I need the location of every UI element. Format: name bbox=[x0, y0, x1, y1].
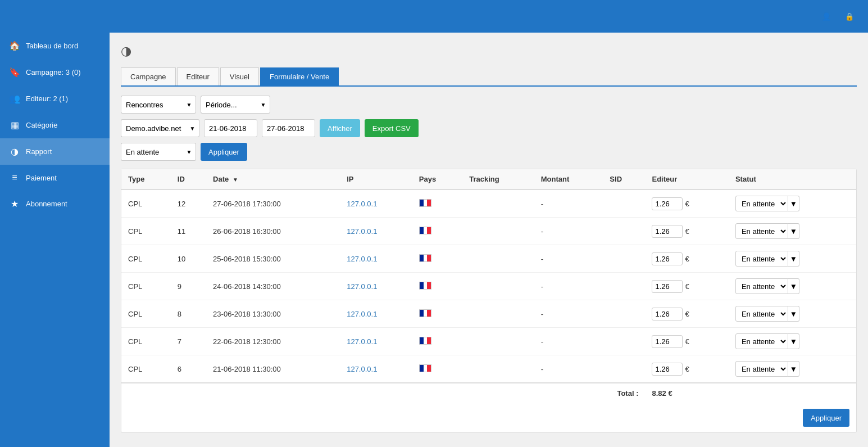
cell-editeur-5: € bbox=[645, 328, 728, 355]
statut-dropdown-btn-3[interactable]: ▼ bbox=[788, 278, 799, 294]
sidebar-label-abonnement: Abonnement bbox=[26, 200, 67, 208]
editeur-input-4[interactable] bbox=[652, 308, 683, 320]
editeur-input-6[interactable] bbox=[652, 363, 683, 376]
currency-symbol-0: € bbox=[685, 200, 689, 208]
site-select[interactable]: Demo.advibe.net bbox=[121, 119, 186, 137]
cell-id-3: 9 bbox=[171, 273, 206, 300]
status-select[interactable]: En attente bbox=[121, 143, 183, 161]
main-content: ◑ Campagne Editeur Visuel Formulaire / V… bbox=[110, 33, 868, 447]
category-select-arrow[interactable]: ▼ bbox=[183, 96, 196, 114]
editeur-input-2[interactable] bbox=[652, 252, 683, 265]
apply-top-button[interactable]: Appliquer bbox=[201, 143, 247, 161]
cell-type-3: CPL bbox=[121, 273, 171, 300]
statut-select-4[interactable]: En attente bbox=[735, 306, 788, 322]
sidebar-label-paiement: Paiement bbox=[26, 174, 57, 182]
cell-tracking-5 bbox=[462, 328, 534, 355]
editeur-input-0[interactable] bbox=[652, 197, 683, 210]
sidebar-label-campagne: Campagne: 3 (0) bbox=[26, 68, 81, 76]
export-csv-button[interactable]: Export CSV bbox=[365, 119, 419, 137]
sidebar-item-campagne[interactable]: 🔖 Campagne: 3 (0) bbox=[0, 59, 110, 85]
site-select-arrow[interactable]: ▼ bbox=[186, 119, 199, 137]
col-type: Type bbox=[121, 169, 171, 189]
tab-campagne[interactable]: Campagne bbox=[121, 67, 176, 85]
cell-type-1: CPL bbox=[121, 218, 171, 245]
date-to-input[interactable] bbox=[262, 119, 315, 137]
sidebar-item-abonnement[interactable]: ★ Abonnement bbox=[0, 191, 110, 217]
sidebar-item-rapport[interactable]: ◑ Rapport bbox=[0, 138, 110, 165]
tab-editeur[interactable]: Editeur bbox=[177, 67, 219, 85]
cell-id-2: 10 bbox=[171, 245, 206, 273]
total-label: Total : bbox=[617, 389, 638, 398]
statut-select-6[interactable]: En attente bbox=[735, 361, 788, 377]
currency-symbol-2: € bbox=[685, 255, 689, 263]
sidebar-item-editeur[interactable]: 👥 Editeur: 2 (1) bbox=[0, 85, 110, 112]
sort-arrow-date: ▼ bbox=[233, 177, 238, 183]
statut-select-1[interactable]: En attente bbox=[735, 223, 788, 239]
statut-dropdown-btn-4[interactable]: ▼ bbox=[788, 306, 799, 322]
cell-sid-1 bbox=[603, 218, 645, 245]
statut-dropdown-btn-6[interactable]: ▼ bbox=[788, 361, 799, 377]
cell-pays-4 bbox=[412, 300, 462, 328]
cell-montant-2: - bbox=[534, 245, 603, 273]
table-row: CPL 12 27-06-2018 17:30:00 127.0.0.1 - €… bbox=[121, 189, 856, 218]
cell-sid-4 bbox=[603, 300, 645, 328]
statut-select-3[interactable]: En attente bbox=[735, 278, 788, 294]
cell-montant-6: - bbox=[534, 355, 603, 383]
users-icon: 👥 bbox=[9, 93, 20, 104]
editeur-input-5[interactable] bbox=[652, 335, 683, 348]
afficher-button[interactable]: Afficher bbox=[320, 119, 360, 137]
col-date[interactable]: Date ▼ bbox=[206, 169, 340, 189]
sidebar-label-tableau-de-bord: Tableau de bord bbox=[26, 42, 78, 50]
currency-symbol-5: € bbox=[685, 337, 689, 346]
table-row: CPL 9 24-06-2018 14:30:00 127.0.0.1 - € … bbox=[121, 273, 856, 300]
date-from-input[interactable] bbox=[204, 119, 257, 137]
cell-date-2: 25-06-2018 15:30:00 bbox=[206, 245, 340, 273]
cell-editeur-4: € bbox=[645, 300, 728, 328]
statut-select-2[interactable]: En attente bbox=[735, 251, 788, 267]
sidebar-item-categorie[interactable]: ▦ Catégorie bbox=[0, 112, 110, 138]
statut-select-5[interactable]: En attente bbox=[735, 333, 788, 349]
logout-link[interactable]: 🔒 bbox=[845, 12, 857, 21]
cell-tracking-2 bbox=[462, 245, 534, 273]
flag-fr-5 bbox=[419, 337, 431, 345]
category-select[interactable]: Rencontres bbox=[121, 96, 183, 114]
sidebar-item-paiement[interactable]: ≡ Paiement bbox=[0, 165, 110, 191]
star-icon: ★ bbox=[9, 198, 20, 209]
col-statut: Statut bbox=[729, 169, 856, 189]
statut-dropdown-btn-5[interactable]: ▼ bbox=[788, 333, 799, 349]
col-id: ID bbox=[171, 169, 206, 189]
editeur-input-3[interactable] bbox=[652, 280, 683, 293]
cell-tracking-4 bbox=[462, 300, 534, 328]
cell-editeur-1: € bbox=[645, 218, 728, 245]
data-table: Type ID Date ▼ IP Pays Tracking Montant … bbox=[121, 169, 856, 432]
editeur-input-1[interactable] bbox=[652, 225, 683, 238]
cell-pays-2 bbox=[412, 245, 462, 273]
statut-select-0[interactable]: En attente bbox=[735, 196, 788, 211]
status-select-arrow[interactable]: ▼ bbox=[183, 143, 196, 161]
cell-statut-1: En attente ▼ bbox=[729, 218, 856, 245]
cell-ip-6: 127.0.0.1 bbox=[340, 355, 412, 383]
sidebar-item-tableau-de-bord[interactable]: 🏠 Tableau de bord bbox=[0, 33, 110, 59]
cell-sid-0 bbox=[603, 189, 645, 218]
account-link[interactable]: 👤 bbox=[822, 12, 834, 21]
total-row: Total : 8.82 € bbox=[121, 383, 856, 403]
sidebar: 🏠 Tableau de bord 🔖 Campagne: 3 (0) 👥 Ed… bbox=[0, 33, 110, 447]
cell-date-4: 23-06-2018 13:30:00 bbox=[206, 300, 340, 328]
cell-montant-1: - bbox=[534, 218, 603, 245]
apply-bottom-button[interactable]: Appliquer bbox=[803, 409, 849, 427]
cell-date-3: 24-06-2018 14:30:00 bbox=[206, 273, 340, 300]
tab-visuel[interactable]: Visuel bbox=[220, 67, 259, 85]
tab-formulaire-vente[interactable]: Formulaire / Vente bbox=[260, 67, 339, 85]
tag-icon: 🔖 bbox=[9, 67, 20, 78]
statut-dropdown-btn-2[interactable]: ▼ bbox=[788, 251, 799, 267]
cell-sid-6 bbox=[603, 355, 645, 383]
statut-dropdown-btn-1[interactable]: ▼ bbox=[788, 223, 799, 239]
period-select[interactable]: Période... bbox=[201, 96, 257, 114]
page-title: ◑ bbox=[121, 44, 857, 58]
currency-symbol-3: € bbox=[685, 282, 689, 291]
cell-type-4: CPL bbox=[121, 300, 171, 328]
period-select-arrow[interactable]: ▼ bbox=[257, 96, 270, 114]
status-filter-row: En attente ▼ Appliquer bbox=[121, 143, 857, 161]
flag-fr-0 bbox=[419, 199, 431, 207]
statut-dropdown-btn-0[interactable]: ▼ bbox=[788, 196, 799, 211]
